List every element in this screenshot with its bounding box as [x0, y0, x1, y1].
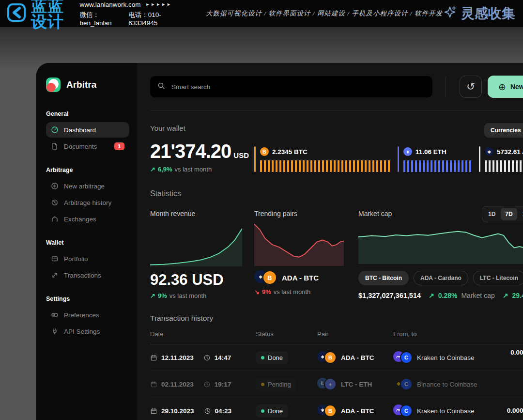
transaction-history-title: Transaction history — [150, 314, 523, 323]
wallet-allocation-bar: B 2.2345 BTC ♦ 11.06 ETH — [254, 140, 523, 172]
history-arrow-icon: ↺ — [466, 81, 475, 93]
main-content: ↺ ⊕ New arbitrage Your wallet Currencies… — [137, 63, 523, 420]
new-arbitrage-button[interactable]: ⊕ New arbitrage — [488, 76, 523, 98]
ada-icon: ∗ — [485, 147, 493, 156]
btc-icon: B — [324, 404, 337, 417]
topbar-divider — [446, 77, 446, 97]
exchange-building-icon — [51, 215, 59, 223]
month-revenue-label: Month revenue — [150, 210, 242, 218]
month-revenue-chart — [150, 225, 242, 266]
phone-label: 电话：010-63334945 — [128, 11, 172, 27]
ada-amount: 5732.61 ADA — [497, 148, 523, 156]
history-button[interactable]: ↺ — [460, 76, 482, 98]
month-revenue-change: 9% — [158, 292, 167, 299]
pill-btc-bitcoin[interactable]: BTC - Bitcoin — [358, 271, 409, 285]
btc-icon: B — [262, 270, 277, 285]
wallet-currency-label: USD — [233, 151, 249, 159]
sidebar-item-api-settings[interactable]: API Settings — [46, 324, 129, 339]
transaction-row[interactable]: 02.11.2023 19:17 Pending Ł ♦ LTC - ETH — [150, 371, 523, 398]
website-link[interactable]: www.lanlanwork.com — [79, 1, 140, 8]
sidebar-item-preferences[interactable]: Preferences — [46, 307, 129, 323]
sidebar-item-exchanges[interactable]: Exchanges — [46, 211, 129, 227]
volume-change: 29.40% — [512, 292, 523, 299]
arrows-decoration: ►►►►► — [145, 2, 172, 7]
wechat-label: 微信：ben_lanlan — [79, 11, 116, 27]
eth-segment: ♦ 11.06 ETH — [398, 147, 479, 172]
transaction-amount: 0.002 1 — [489, 348, 523, 367]
market-cap-change-label: Market cap — [461, 292, 494, 299]
eth-icon: ♦ — [403, 147, 412, 156]
section-title-settings: Settings — [46, 296, 129, 302]
transactions-arrows-icon — [51, 271, 59, 279]
range-7d-button[interactable]: 7D — [501, 208, 517, 220]
statistics-section-title: Statistics — [150, 189, 523, 198]
brand-name: 蓝蓝设计 — [31, 0, 68, 30]
btc-amount: 2.2345 BTC — [272, 148, 308, 156]
calendar-icon — [150, 354, 157, 361]
sidebar-item-new-arbitrage[interactable]: New arbitrage — [46, 178, 129, 194]
search-input[interactable] — [170, 83, 425, 91]
btc-icon: B — [260, 147, 269, 156]
inspiration-collect-link[interactable]: 灵感收集 — [443, 4, 515, 23]
trend-down-icon: ↘ — [254, 288, 260, 296]
wallet-total: 21'374.20USD ↗ 6,9% vs last month — [150, 140, 254, 173]
promo-banner: 蓝蓝设计 www.lanlanwork.com ►►►►► 微信：ben_lan… — [0, 0, 523, 27]
trend-up-icon: ↗ — [429, 292, 434, 299]
banner-contact-info: www.lanlanwork.com ►►►►► 微信：ben_lanlan 电… — [79, 1, 172, 27]
wallet-change-value: 6,9% — [158, 166, 172, 173]
market-cap-value: $1,327,027,361,514 — [358, 292, 421, 299]
sidebar-item-dashboard[interactable]: Dashboard — [46, 122, 129, 138]
plug-icon — [51, 327, 59, 335]
transaction-row[interactable]: 29.10.2023 04:23 Done ∗ B ADA - BTC — [150, 398, 523, 420]
coin-filter-pills: BTC - Bitcoin ADA - Cardano LTC - Liteco… — [358, 271, 523, 285]
search-icon — [157, 82, 165, 92]
clock-icon — [203, 354, 211, 361]
calendar-icon — [150, 381, 157, 388]
range-1d-button[interactable]: 1D — [484, 208, 500, 220]
pair-icons: ∗ B — [317, 404, 337, 417]
search-box[interactable] — [150, 76, 432, 97]
section-title-arbitrage: Arbitrage — [46, 167, 129, 173]
btc-icon: B — [324, 351, 337, 364]
coinbase-icon: C — [400, 404, 413, 417]
pair-icons: Ł ♦ — [317, 378, 337, 390]
trend-up-icon: ↗ — [150, 292, 155, 299]
trending-change: 9% — [262, 288, 271, 296]
app-logo[interactable]: Arbitra — [46, 78, 129, 92]
trend-up-icon: ↗ — [150, 166, 155, 173]
coinbase-icon: C — [400, 351, 413, 364]
wallet-icon — [51, 255, 59, 263]
screen: 蓝蓝设计 www.lanlanwork.com ►►►►► 微信：ben_lan… — [0, 0, 523, 420]
lanlan-logo[interactable]: 蓝蓝设计 — [7, 0, 68, 30]
col-date: Date — [150, 330, 256, 338]
pill-ltc-litecoin[interactable]: LTC - Litecoin — [473, 271, 523, 285]
pill-ada-cardano[interactable]: ADA - Cardano — [414, 271, 468, 285]
range-1m-button[interactable]: 1M — [518, 208, 523, 220]
wallet-section-title: Your wallet — [150, 124, 523, 132]
trending-pair-name: ADA - BTC — [282, 274, 319, 282]
col-status: Status — [256, 330, 317, 338]
history-icon — [51, 199, 59, 206]
toggle-icon — [51, 311, 59, 319]
ada-segment: ∗ 5732.61 ADA — [479, 147, 523, 172]
sidebar-item-documents[interactable]: Documents 1 — [46, 139, 129, 154]
section-title-general: General — [46, 110, 129, 117]
time-range-toggle: 1D 7D 1M — [482, 206, 523, 222]
market-cap-block: Market cap 1D 7D 1M BTC - Bitcoin ADA — [358, 210, 523, 299]
eth-bar — [403, 160, 473, 172]
pair-icons: ∗ B — [254, 270, 277, 285]
section-title-wallet: Wallet — [46, 239, 129, 246]
sidebar-item-portfolio[interactable]: Portfolio — [46, 251, 129, 266]
currencies-toggle-button[interactable]: Currencies — [484, 123, 523, 138]
ada-bar — [485, 160, 523, 172]
transaction-row[interactable]: 12.11.2023 14:47 Done ∗ B ADA - BTC — [150, 344, 523, 371]
coinbase-icon: C — [400, 378, 413, 390]
trending-change-suffix: vs last month — [274, 288, 311, 296]
transaction-table-header: Date Status Pair From, to — [150, 330, 523, 344]
sidebar-item-arbitrage-history[interactable]: Arbitrage history — [46, 195, 129, 210]
sidebar-item-transactions[interactable]: Transactions — [46, 267, 129, 283]
dashboard-card: Arbitra General Dashboard Documents 1 Ar… — [36, 63, 523, 420]
documents-badge: 1 — [114, 142, 124, 150]
exchange-icons: C — [393, 404, 413, 417]
trend-up-icon: ↗ — [503, 292, 508, 299]
